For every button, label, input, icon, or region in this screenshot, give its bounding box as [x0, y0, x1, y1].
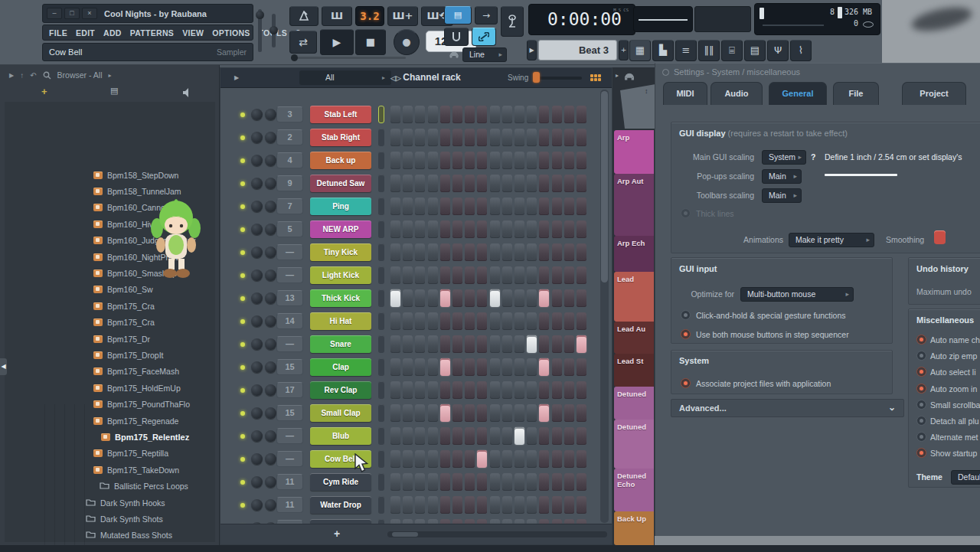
step-cell[interactable]: [539, 404, 549, 422]
step-cell[interactable]: [514, 266, 524, 284]
step-cell[interactable]: [490, 106, 500, 123]
step-cell[interactable]: [403, 496, 413, 514]
step-cell[interactable]: [440, 198, 450, 215]
step-cell[interactable]: [390, 335, 400, 353]
step-cell[interactable]: [527, 266, 537, 284]
step-cell[interactable]: [477, 381, 487, 399]
step-cell[interactable]: [514, 473, 524, 491]
step-cell[interactable]: [539, 289, 549, 307]
step-cell[interactable]: [552, 335, 562, 353]
step-cell[interactable]: [527, 243, 537, 261]
typing-keyboard-button[interactable]: [501, 6, 524, 37]
volume-knob[interactable]: [265, 407, 276, 419]
step-cell[interactable]: [514, 106, 524, 123]
step-cell[interactable]: [514, 243, 524, 261]
browser-folder-item[interactable]: Ballistic Percs Loops: [100, 479, 188, 495]
pan-knob[interactable]: [251, 178, 263, 189]
step-cell[interactable]: [440, 427, 450, 445]
master-pitch-slider[interactable]: [272, 14, 276, 47]
step-cell[interactable]: [527, 358, 537, 376]
smoothing-knob[interactable]: [934, 230, 946, 244]
step-cell[interactable]: [577, 220, 586, 238]
channel-led[interactable]: [240, 365, 245, 370]
misc-option-radio[interactable]: [916, 335, 926, 345]
step-cell[interactable]: [514, 450, 524, 468]
time-display[interactable]: 0:00:00 M S CS: [528, 4, 635, 35]
step-cell[interactable]: [539, 335, 549, 353]
step-cell[interactable]: [465, 106, 475, 123]
channel-button[interactable]: Stab Left: [310, 106, 371, 123]
menu-add[interactable]: ADD: [103, 28, 122, 38]
pan-knob[interactable]: [251, 109, 263, 120]
step-cell[interactable]: [415, 266, 425, 284]
channel-button[interactable]: Water Drop: [310, 496, 371, 514]
step-cell[interactable]: [552, 129, 562, 146]
step-cell[interactable]: [539, 175, 549, 192]
wait-for-input-button[interactable]: Ш: [322, 6, 352, 26]
volume-knob[interactable]: [265, 384, 276, 396]
step-cell[interactable]: [539, 266, 549, 284]
step-cell[interactable]: [539, 312, 549, 330]
step-cell[interactable]: [564, 152, 574, 169]
step-cell[interactable]: [502, 404, 512, 422]
step-cell[interactable]: [465, 358, 475, 376]
playlist-track-label[interactable]: Arp Ech: [614, 236, 654, 272]
step-cell[interactable]: [552, 496, 562, 514]
pan-knob[interactable]: [251, 453, 263, 465]
shuffle-slider[interactable]: [291, 57, 406, 59]
step-cell[interactable]: [477, 175, 487, 192]
step-cell[interactable]: [440, 266, 450, 284]
step-cell[interactable]: [465, 335, 475, 353]
rack-horizontal-scrollbar[interactable]: [387, 531, 607, 537]
step-cell[interactable]: [440, 335, 450, 353]
step-cell[interactable]: [428, 358, 438, 376]
step-cell[interactable]: [539, 243, 549, 261]
tab-audio[interactable]: Audio: [710, 82, 763, 105]
volume-knob[interactable]: [265, 430, 276, 442]
step-cell[interactable]: [502, 358, 512, 376]
step-cell[interactable]: [390, 152, 400, 169]
channel-led[interactable]: [240, 342, 245, 347]
volume-knob[interactable]: [265, 178, 276, 189]
step-cell[interactable]: [564, 220, 574, 238]
channel-selector[interactable]: [378, 106, 384, 123]
step-cell[interactable]: [477, 358, 487, 376]
step-cell[interactable]: [539, 129, 549, 146]
step-cell[interactable]: [403, 312, 413, 330]
step-cell[interactable]: [452, 404, 462, 422]
step-cell[interactable]: [428, 266, 438, 284]
browser-file-item[interactable]: Bpm175_Dr: [93, 331, 150, 347]
step-cell[interactable]: [552, 266, 562, 284]
step-cell[interactable]: [577, 496, 586, 514]
help-button[interactable]: ?: [811, 152, 815, 162]
pan-knob[interactable]: [251, 155, 263, 166]
optimize-for-dropdown[interactable]: Multi-button mouse: [740, 287, 854, 302]
step-cell[interactable]: [564, 427, 574, 445]
browser-file-item[interactable]: Bpm175_FaceMash: [93, 364, 179, 380]
step-cell[interactable]: [403, 152, 413, 169]
step-cell[interactable]: [490, 266, 500, 284]
step-cell[interactable]: [452, 473, 462, 491]
step-cell[interactable]: [552, 381, 562, 399]
step-cell[interactable]: [539, 381, 549, 399]
channel-button[interactable]: Snare: [310, 335, 371, 353]
browser-file-item[interactable]: Bpm158_StepDown: [93, 167, 178, 183]
step-cell[interactable]: [577, 312, 586, 330]
step-cell[interactable]: [564, 473, 574, 491]
channel-led[interactable]: [240, 273, 245, 278]
step-cell[interactable]: [502, 473, 512, 491]
step-cell[interactable]: [428, 404, 438, 422]
add-channel-button[interactable]: +: [334, 528, 340, 540]
step-cell[interactable]: [440, 243, 450, 261]
pan-knob[interactable]: [251, 338, 263, 350]
step-cell[interactable]: [452, 450, 462, 468]
close-button[interactable]: ×: [82, 8, 97, 19]
step-cell[interactable]: [452, 175, 462, 192]
step-cell[interactable]: [452, 496, 462, 514]
pan-knob[interactable]: [251, 224, 263, 235]
channel-selector[interactable]: [378, 129, 384, 146]
step-cell[interactable]: [390, 243, 400, 261]
step-cell[interactable]: [465, 220, 475, 238]
channel-selector[interactable]: [378, 404, 384, 422]
step-cell[interactable]: [527, 106, 537, 123]
